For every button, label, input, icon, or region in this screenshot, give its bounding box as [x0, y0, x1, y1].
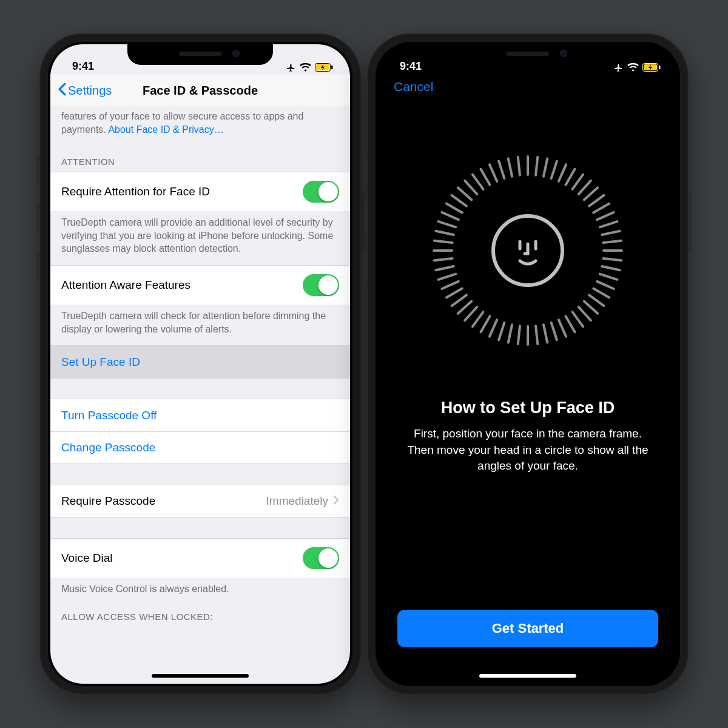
turn-passcode-off-label: Turn Passcode Off	[61, 409, 157, 422]
change-passcode-label: Change Passcode	[61, 441, 155, 454]
svg-line-27	[589, 295, 604, 306]
setup-description: First, position your face in the camera …	[378, 426, 678, 474]
battery-charging-icon	[315, 63, 333, 72]
svg-line-54	[439, 221, 456, 227]
svg-line-34	[544, 325, 547, 342]
svg-line-26	[593, 289, 609, 298]
svg-line-55	[442, 212, 458, 220]
about-faceid-privacy-link[interactable]: About Face ID & Privacy…	[108, 124, 223, 135]
attention-aware-cell: Attention Aware Features	[50, 265, 350, 305]
svg-line-19	[602, 231, 619, 235]
svg-line-8	[544, 158, 547, 176]
svg-line-65	[518, 157, 520, 175]
setup-title: How to Set Up Face ID	[441, 399, 615, 417]
svg-line-20	[603, 241, 621, 243]
require-attention-switch[interactable]	[303, 181, 339, 203]
intro-footer: features of your face to allow secure ac…	[50, 106, 350, 141]
faceid-setup-screen: 9:41 Cancel	[378, 44, 678, 684]
svg-line-60	[473, 175, 484, 189]
svg-line-23	[602, 266, 619, 270]
svg-line-15	[589, 195, 604, 206]
svg-line-46	[447, 289, 462, 298]
svg-line-52	[434, 241, 453, 243]
svg-line-16	[593, 204, 609, 213]
airplane-icon	[285, 62, 296, 73]
svg-rect-5	[659, 66, 661, 69]
svg-line-42	[473, 312, 484, 326]
svg-line-43	[465, 307, 477, 320]
svg-line-18	[600, 221, 618, 227]
svg-line-17	[597, 212, 613, 220]
turn-passcode-off-cell[interactable]: Turn Passcode Off	[50, 399, 350, 431]
require-attention-cell: Require Attention for Face ID	[50, 172, 350, 211]
require-passcode-value: Immediately	[266, 494, 328, 508]
svg-line-58	[458, 187, 471, 200]
svg-rect-2	[331, 66, 333, 69]
svg-line-38	[508, 325, 512, 342]
svg-line-24	[600, 274, 618, 280]
voice-dial-label: Voice Dial	[61, 551, 113, 565]
attention-aware-desc: TrueDepth camera will check for attentio…	[50, 305, 350, 345]
cancel-button[interactable]: Cancel	[394, 79, 433, 93]
settings-content[interactable]: features of your face to allow secure ac…	[50, 106, 350, 684]
svg-line-10	[559, 164, 566, 181]
svg-line-7	[536, 157, 538, 175]
svg-line-14	[584, 187, 598, 200]
svg-line-29	[579, 307, 591, 320]
get-started-button[interactable]: Get Started	[397, 610, 658, 647]
svg-line-22	[603, 258, 621, 260]
notch	[127, 42, 273, 65]
faceid-dial	[431, 153, 625, 348]
svg-line-39	[499, 323, 504, 340]
require-attention-label: Require Attention for Face ID	[61, 185, 210, 198]
svg-line-31	[566, 316, 575, 332]
svg-line-13	[579, 181, 591, 194]
wifi-icon	[627, 63, 639, 72]
svg-line-41	[481, 316, 490, 332]
voice-dial-desc: Music Voice Control is always enabled.	[50, 578, 350, 605]
svg-line-63	[499, 161, 504, 179]
svg-line-9	[551, 161, 557, 179]
airplane-icon	[613, 62, 624, 73]
battery-charging-icon	[642, 63, 661, 72]
require-passcode-cell[interactable]: Require Passcode Immediately	[50, 485, 350, 517]
chevron-right-icon	[333, 494, 339, 508]
svg-line-28	[584, 302, 598, 314]
svg-line-32	[559, 320, 566, 336]
svg-line-47	[442, 281, 458, 289]
require-attention-desc: TrueDepth camera will provide an additio…	[50, 211, 350, 265]
require-passcode-label: Require Passcode	[61, 494, 155, 508]
page-title: Face ID & Passcode	[50, 84, 350, 98]
home-indicator[interactable]	[152, 674, 249, 678]
status-time: 9:41	[72, 60, 94, 73]
setup-faceid-label: Set Up Face ID	[61, 356, 140, 369]
setup-faceid-cell[interactable]: Set Up Face ID	[50, 345, 350, 378]
svg-line-56	[447, 204, 462, 213]
phone-frame-left: 9:41	[39, 33, 361, 695]
svg-line-59	[465, 181, 477, 194]
svg-line-33	[551, 323, 557, 340]
nav-bar: Settings Face ID & Passcode	[50, 75, 350, 106]
wifi-icon	[300, 63, 311, 72]
svg-line-40	[490, 320, 497, 336]
svg-line-57	[452, 195, 467, 206]
svg-line-48	[439, 274, 456, 280]
svg-line-49	[436, 266, 453, 270]
svg-line-53	[436, 231, 453, 235]
settings-screen: 9:41	[50, 44, 350, 684]
section-allow-access: ALLOW ACCESS WHEN LOCKED:	[50, 605, 350, 627]
change-passcode-cell[interactable]: Change Passcode	[50, 431, 350, 464]
attention-aware-switch[interactable]	[303, 274, 339, 296]
phone-frame-right: 9:41 Cancel	[367, 33, 689, 695]
status-time: 9:41	[400, 60, 422, 73]
voice-dial-cell: Voice Dial	[50, 538, 350, 578]
svg-line-25	[597, 281, 613, 289]
notch	[455, 42, 601, 65]
attention-aware-label: Attention Aware Features	[61, 278, 190, 292]
svg-line-44	[458, 302, 471, 314]
svg-line-30	[572, 312, 583, 326]
home-indicator[interactable]	[479, 674, 576, 678]
voice-dial-switch[interactable]	[303, 547, 339, 569]
svg-line-64	[508, 158, 512, 176]
svg-line-12	[572, 175, 583, 189]
